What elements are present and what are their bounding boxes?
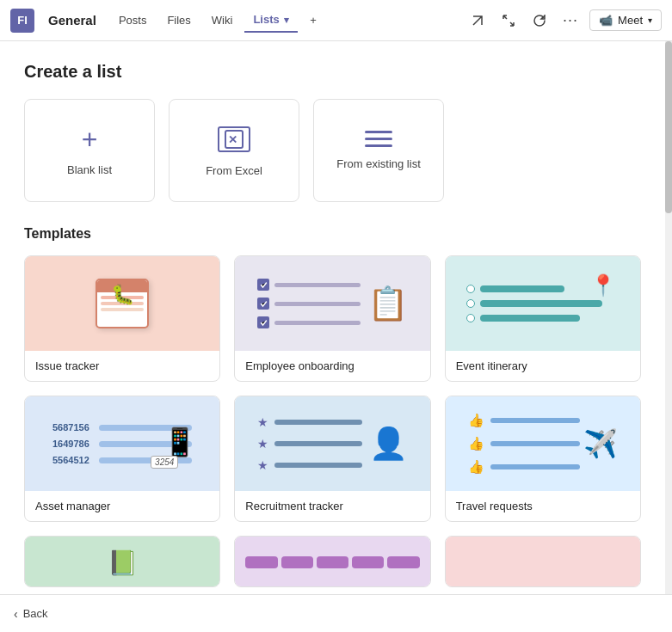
template-card-travel[interactable]: 👍 👍 👍 ✈️ <box>445 396 641 522</box>
app-icon: FI <box>10 9 34 33</box>
issue-tracker-label: Issue tracker <box>25 351 219 381</box>
event-itinerary-label: Event itinerary <box>446 351 640 381</box>
popout-button[interactable] <box>465 9 490 33</box>
from-existing-card[interactable]: From existing list <box>313 99 444 202</box>
tab-lists[interactable]: Lists ▾ <box>244 8 298 33</box>
back-arrow-icon: ‹ <box>14 607 18 621</box>
asset-thumbnail: 5687156 1649786 5564512 📱 3254 <box>25 396 219 491</box>
main-layout: Create a list + Blank list ✕ From <box>0 41 672 632</box>
tab-add[interactable]: + <box>301 9 325 32</box>
topbar-icons: ··· 📹 Meet ▾ <box>465 9 662 33</box>
template-card-partial-2[interactable] <box>234 536 430 587</box>
issue-thumbnail: 🐛 <box>25 256 219 351</box>
travel-requests-label: Travel requests <box>446 491 640 521</box>
back-button[interactable]: ‹ Back <box>0 594 672 632</box>
content-area: Create a list + Blank list ✕ From <box>0 41 665 632</box>
template-card-event[interactable]: 📍 E <box>445 255 641 382</box>
template-card-recruit[interactable]: ★ ★ ★ 👤 <box>234 396 430 522</box>
template-card-asset[interactable]: 5687156 1649786 5564512 📱 3254 <box>24 396 220 522</box>
page-title: Create a list <box>24 62 641 82</box>
blank-list-card[interactable]: + Blank list <box>24 99 155 202</box>
refresh-button[interactable] <box>527 9 552 33</box>
tab-files[interactable]: Files <box>158 9 199 32</box>
expand-button[interactable] <box>496 9 521 33</box>
meet-button[interactable]: 📹 Meet ▾ <box>589 9 662 31</box>
plus-icon: + <box>82 126 98 153</box>
from-excel-label: From Excel <box>206 164 262 177</box>
travel-thumbnail: 👍 👍 👍 ✈️ <box>446 396 640 491</box>
template-card-partial-3[interactable] <box>445 536 641 587</box>
tab-wiki[interactable]: Wiki <box>203 9 242 32</box>
template-card-partial-1[interactable]: 📗 <box>24 536 220 587</box>
chevron-down-icon: ▾ <box>648 15 652 25</box>
scrollbar-thumb[interactable] <box>665 41 672 213</box>
svg-text:✕: ✕ <box>228 133 237 146</box>
channel-name: General <box>48 13 96 28</box>
from-existing-label: From existing list <box>336 157 421 170</box>
tab-posts[interactable]: Posts <box>110 9 156 32</box>
excel-icon: ✕ <box>216 125 252 154</box>
list-lines-icon <box>365 131 392 147</box>
recruit-thumbnail: ★ ★ ★ 👤 <box>235 396 429 491</box>
more-button[interactable]: ··· <box>558 9 583 33</box>
blank-list-label: Blank list <box>67 163 112 176</box>
scrollbar-track[interactable] <box>665 41 672 632</box>
template-grid: 🐛 Issue tracker <box>24 255 641 587</box>
asset-manager-label: Asset manager <box>25 491 219 521</box>
templates-title: Templates <box>24 226 641 242</box>
template-card-onboard[interactable]: 📋 Employee onboarding <box>234 255 430 382</box>
create-options: + Blank list ✕ From Excel <box>24 99 641 202</box>
recruitment-tracker-label: Recruitment tracker <box>235 491 429 521</box>
topbar: FI General Posts Files Wiki Lists ▾ + ··… <box>0 0 672 41</box>
template-card-issue[interactable]: 🐛 Issue tracker <box>24 255 220 382</box>
nav-tabs: Posts Files Wiki Lists ▾ + <box>110 8 325 33</box>
camera-icon: 📹 <box>599 14 613 27</box>
back-label: Back <box>23 607 48 620</box>
employee-onboarding-label: Employee onboarding <box>235 351 429 381</box>
onboard-thumbnail: 📋 <box>235 256 429 351</box>
event-thumbnail: 📍 <box>446 256 640 351</box>
from-excel-card[interactable]: ✕ From Excel <box>169 99 299 202</box>
